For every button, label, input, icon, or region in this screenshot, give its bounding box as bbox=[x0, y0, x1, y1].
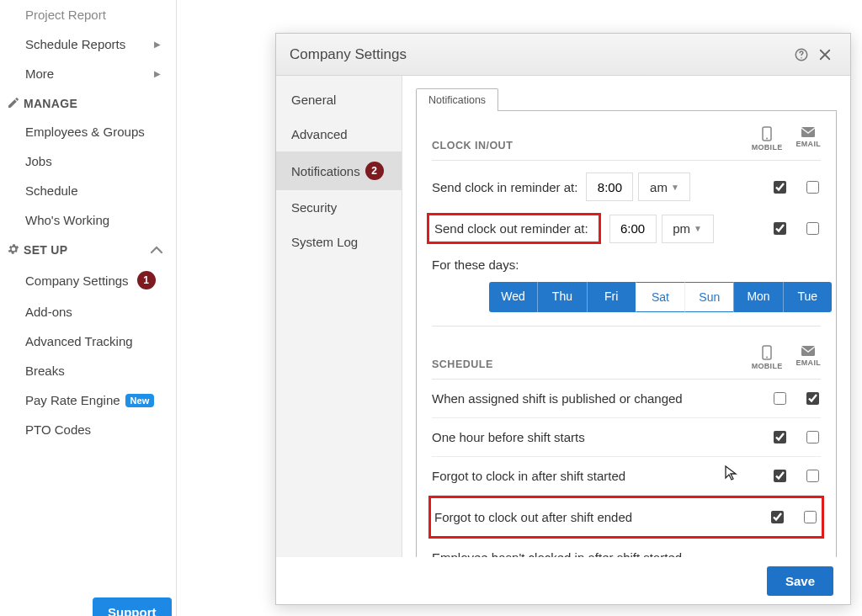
day-fri[interactable]: Fri bbox=[587, 282, 636, 312]
mobile-column-icon: MOBILE bbox=[752, 126, 783, 151]
day-mon[interactable]: Mon bbox=[733, 282, 782, 312]
clock-in-time-input[interactable] bbox=[586, 173, 633, 201]
employee-not-clocked-label: Employee hasn't clocked in after shift s… bbox=[432, 550, 774, 557]
sidebar-item-pay-rate-engine[interactable]: Pay Rate EngineNew bbox=[0, 385, 176, 415]
forgot-out-email-checkbox[interactable] bbox=[804, 511, 817, 523]
modal-nav: General Advanced Notifications2 Security… bbox=[276, 76, 402, 557]
modal-nav-security[interactable]: Security bbox=[276, 190, 402, 225]
modal-header: Company Settings bbox=[276, 34, 850, 76]
day-wed[interactable]: Wed bbox=[489, 282, 537, 312]
row-forgot-clock-out: Forgot to clock out after shift ended bbox=[428, 496, 824, 539]
sidebar-item-addons[interactable]: Add-ons bbox=[0, 297, 176, 327]
row-employee-not-clocked-in: Employee hasn't clocked in after shift s… bbox=[432, 539, 821, 557]
pencil-icon bbox=[7, 96, 20, 112]
step-badge-1: 1 bbox=[137, 271, 156, 289]
clock-out-label: Send clock out reminder at: bbox=[427, 213, 601, 244]
sidebar-item-schedule[interactable]: Schedule bbox=[0, 176, 176, 205]
svg-rect-4 bbox=[801, 127, 815, 137]
new-badge: New bbox=[125, 394, 155, 407]
forgot-out-mobile-checkbox[interactable] bbox=[771, 511, 784, 523]
day-selector: Wed Thu Fri Sat Sun Mon Tue bbox=[489, 282, 832, 312]
email-column-icon: EMAIL bbox=[796, 345, 822, 370]
modal-title: Company Settings bbox=[290, 46, 407, 63]
modal-footer: Save bbox=[276, 557, 850, 604]
save-button[interactable]: Save bbox=[767, 566, 833, 596]
tab-notifications[interactable]: Notifications bbox=[416, 88, 498, 111]
support-button[interactable]: Support bbox=[93, 597, 172, 616]
clock-in-mobile-checkbox[interactable] bbox=[774, 181, 786, 194]
company-settings-modal: Company Settings General Advanced Notifi… bbox=[275, 33, 851, 605]
chevron-down-icon: ▼ bbox=[694, 224, 702, 233]
forgot-in-email-checkbox[interactable] bbox=[806, 470, 819, 482]
clock-out-mobile-checkbox[interactable] bbox=[774, 222, 786, 235]
sidebar-item-breaks[interactable]: Breaks bbox=[0, 356, 176, 385]
close-icon[interactable] bbox=[813, 43, 837, 66]
svg-point-1 bbox=[801, 57, 802, 59]
clock-in-email-checkbox[interactable] bbox=[806, 181, 819, 194]
modal-nav-advanced[interactable]: Advanced bbox=[276, 117, 402, 151]
svg-rect-7 bbox=[801, 346, 815, 356]
email-column-icon: EMAIL bbox=[796, 126, 822, 151]
chevron-down-icon: ▼ bbox=[671, 183, 679, 192]
row-clock-in-reminder: Send clock in reminder at: am▼ bbox=[432, 161, 821, 210]
section-clock-heading: CLOCK IN/OUT MOBILE EMAIL bbox=[432, 126, 821, 151]
sidebar-item-jobs[interactable]: Jobs bbox=[0, 146, 176, 176]
days-label: For these days: bbox=[432, 252, 821, 272]
sidebar-item-project-report[interactable]: Project Report bbox=[0, 0, 176, 29]
hour-before-mobile-checkbox[interactable] bbox=[774, 431, 786, 443]
help-icon[interactable] bbox=[790, 43, 813, 66]
forgot-in-mobile-checkbox[interactable] bbox=[774, 470, 786, 482]
shift-published-email-checkbox[interactable] bbox=[806, 392, 819, 405]
day-sun[interactable]: Sun bbox=[684, 282, 733, 312]
clock-out-time-input[interactable] bbox=[609, 215, 657, 243]
clock-out-period-select[interactable]: pm▼ bbox=[662, 215, 714, 243]
mobile-column-icon: MOBILE bbox=[752, 345, 783, 370]
sidebar-item-more[interactable]: More▶ bbox=[0, 59, 176, 88]
chevron-right-icon: ▶ bbox=[154, 69, 161, 78]
sidebar-item-schedule-reports[interactable]: Schedule Reports▶ bbox=[0, 29, 176, 59]
day-tue[interactable]: Tue bbox=[783, 282, 832, 312]
clock-out-email-checkbox[interactable] bbox=[806, 222, 819, 235]
sidebar-item-company-settings[interactable]: Company Settings1 bbox=[0, 263, 176, 297]
svg-point-3 bbox=[766, 138, 768, 140]
day-sat[interactable]: Sat bbox=[636, 282, 684, 312]
day-thu[interactable]: Thu bbox=[537, 282, 586, 312]
row-shift-published: When assigned shift is published or chan… bbox=[432, 380, 821, 418]
sidebar-item-pto-codes[interactable]: PTO Codes bbox=[0, 415, 176, 444]
modal-nav-notifications[interactable]: Notifications2 bbox=[276, 151, 402, 190]
clock-in-label: Send clock in reminder at: bbox=[432, 180, 577, 194]
hour-before-email-checkbox[interactable] bbox=[806, 431, 819, 443]
modal-nav-general[interactable]: General bbox=[276, 82, 402, 117]
shift-published-mobile-checkbox[interactable] bbox=[774, 392, 786, 405]
chevron-up-icon bbox=[151, 243, 162, 257]
gear-icon bbox=[7, 242, 20, 258]
sidebar-item-whos-working[interactable]: Who's Working bbox=[0, 205, 176, 235]
step-badge-2: 2 bbox=[365, 162, 384, 180]
notifications-panel: CLOCK IN/OUT MOBILE EMAIL Send bbox=[416, 110, 837, 557]
section-schedule-heading: SCHEDULE MOBILE EMAIL bbox=[432, 345, 821, 370]
sidebar-item-employees-groups[interactable]: Employees & Groups bbox=[0, 117, 176, 146]
clock-in-period-select[interactable]: am▼ bbox=[638, 173, 690, 201]
svg-point-6 bbox=[766, 357, 768, 358]
row-forgot-clock-in: Forgot to clock in after shift started bbox=[432, 457, 821, 496]
sidebar-item-advanced-tracking[interactable]: Advanced Tracking bbox=[0, 327, 176, 356]
row-clock-out-reminder: Send clock out reminder at: pm▼ bbox=[432, 210, 821, 252]
modal-nav-system-log[interactable]: System Log bbox=[276, 225, 402, 259]
sidebar-header-setup[interactable]: SET UP bbox=[0, 235, 176, 263]
row-hour-before-shift: One hour before shift starts bbox=[432, 418, 821, 457]
chevron-right-icon: ▶ bbox=[154, 40, 161, 49]
sidebar-header-manage: MANAGE bbox=[0, 88, 176, 117]
